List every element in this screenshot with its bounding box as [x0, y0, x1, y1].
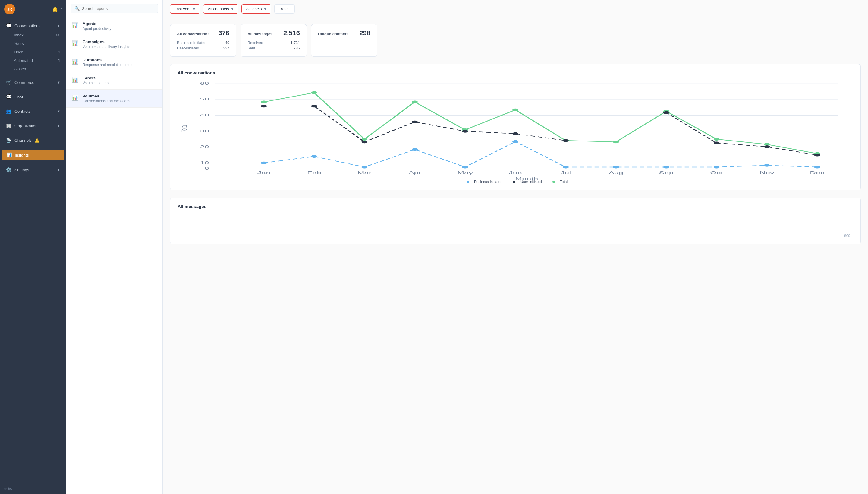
report-icon-durations: 📊 — [72, 58, 78, 65]
channels-label: Channels — [15, 138, 32, 142]
stat-row-sent: Sent 785 — [248, 46, 300, 50]
chat-icon: 💬 — [6, 94, 12, 99]
bell-icon[interactable]: 🔔 — [52, 6, 58, 12]
svg-point-32 — [613, 140, 619, 143]
nav-item-chat[interactable]: 💬 Chat — [2, 92, 64, 102]
svg-text:Apr: Apr — [408, 171, 421, 175]
all-labels-filter[interactable]: All labels ▼ — [241, 4, 271, 14]
stat-card-contacts: Unique contacts 298 — [311, 24, 377, 57]
sidebar-item-closed[interactable]: Closed — [2, 65, 64, 73]
report-item-campaigns[interactable]: 📊 Campaigns Volumes and delivery insight… — [66, 35, 162, 53]
report-item-durations[interactable]: 📊 Durations Response and resolution time… — [66, 53, 162, 72]
reset-button[interactable]: Reset — [274, 4, 295, 14]
svg-text:0: 0 — [204, 167, 209, 171]
report-icon-agents: 📊 — [72, 22, 78, 28]
search-input[interactable] — [82, 6, 154, 11]
stat-card-contacts-header: Unique contacts 298 — [318, 29, 370, 37]
main-header: Last year ▼ All channels ▼ All labels ▼ … — [163, 0, 868, 18]
avatar: JR — [4, 4, 15, 15]
svg-text:30: 30 — [200, 129, 209, 133]
svg-point-48 — [261, 162, 267, 164]
chart-user-line-2 — [666, 113, 817, 155]
chart-messages-title: All messages — [178, 204, 853, 209]
report-item-agents[interactable]: 📊 Agents Agent productivity — [66, 17, 162, 35]
sidebar-item-inbox[interactable]: Inbox 60 — [2, 31, 64, 39]
sidebar-top-icons: 🔔 ‹ — [52, 6, 62, 12]
commerce-icon: 🛒 — [6, 80, 12, 85]
svg-point-58 — [764, 164, 770, 167]
svg-point-25 — [261, 100, 267, 103]
chart-conversations-container: 60 50 40 30 20 10 0 Jan Feb Mar Apr May … — [178, 80, 853, 177]
stat-card-messages: All messages 2.516 Received 1.731 Sent 7… — [240, 24, 307, 57]
messages-stat-label: All messages — [248, 32, 273, 36]
nav-item-conversations[interactable]: 🗨️ Conversations ▲ — [2, 20, 64, 31]
chart-conversations-section: All conversations 60 50 40 30 20 10 — [170, 64, 861, 190]
settings-icon: ⚙️ — [6, 167, 12, 172]
all-channels-label: All channels — [208, 7, 229, 11]
stat-card-conversations: All conversations 376 Business-initiated… — [170, 24, 236, 57]
svg-point-57 — [714, 166, 720, 168]
svg-point-35 — [764, 143, 770, 146]
sidebar-item-automated[interactable]: Automated 1 — [2, 56, 64, 64]
svg-point-55 — [613, 166, 619, 168]
report-sub-durations: Response and resolution times — [83, 63, 132, 67]
nav-item-commerce[interactable]: 🛒 Commerce ▼ — [2, 77, 64, 88]
report-item-labels[interactable]: 📊 Labels Volumes per label — [66, 72, 162, 90]
nav-section-conversations: 🗨️ Conversations ▲ Inbox 60 Yours Open 1… — [0, 18, 66, 75]
collapse-icon[interactable]: ‹ — [61, 6, 62, 12]
sidebar-item-open[interactable]: Open 1 — [2, 48, 64, 56]
report-title-labels: Labels — [83, 76, 111, 80]
chevron-commerce-icon: ▼ — [57, 80, 60, 84]
svg-text:50: 50 — [200, 97, 209, 101]
nav-item-contacts[interactable]: 👥 Contacts ▼ — [2, 106, 64, 116]
search-input-wrapper[interactable]: 🔍 — [71, 4, 158, 13]
svg-point-39 — [361, 140, 368, 143]
chart-user-line — [264, 106, 566, 142]
svg-point-37 — [261, 104, 267, 107]
report-sub-agents: Agent productivity — [83, 26, 111, 31]
svg-point-45 — [714, 141, 720, 144]
search-icon: 🔍 — [75, 6, 80, 11]
nav-section-insights: 📊 Insights — [0, 148, 66, 163]
nav-item-insights[interactable]: 📊 Insights — [2, 150, 64, 160]
svg-point-26 — [311, 91, 317, 94]
report-title-agents: Agents — [83, 21, 111, 26]
svg-point-43 — [563, 139, 569, 142]
svg-point-38 — [311, 104, 317, 107]
stat-row-received: Received 1.731 — [248, 41, 300, 45]
conversations-icon: 🗨️ — [6, 23, 12, 28]
nav-item-channels[interactable]: 📡 Channels ⚠️ — [2, 135, 64, 145]
all-channels-filter[interactable]: All channels ▼ — [203, 4, 238, 14]
svg-text:Mar: Mar — [357, 171, 372, 175]
nav-section-commerce: 🛒 Commerce ▼ — [0, 75, 66, 90]
messages-stat-value: 2.516 — [283, 29, 300, 37]
last-year-filter[interactable]: Last year ▼ — [170, 4, 200, 14]
nav-item-organization[interactable]: 🏢 Organization ▼ — [2, 121, 64, 131]
main-body: All conversations 376 Business-initiated… — [163, 18, 868, 258]
svg-text:Aug: Aug — [609, 171, 623, 175]
report-icon-campaigns: 📊 — [72, 40, 78, 47]
svg-point-50 — [361, 166, 368, 168]
svg-text:20: 20 — [200, 145, 209, 149]
chevron-settings-icon: ▼ — [57, 168, 60, 172]
labels-chevron: ▼ — [263, 7, 267, 11]
svg-point-47 — [814, 153, 820, 156]
report-title-durations: Durations — [83, 58, 132, 62]
conversations-label: Conversations — [15, 23, 40, 28]
svg-point-67 — [552, 180, 555, 183]
svg-text:Total: Total — [179, 125, 189, 133]
svg-text:Nov: Nov — [760, 171, 774, 175]
report-item-volumes[interactable]: 📊 Volumes Conversations and messages — [66, 90, 162, 108]
svg-point-53 — [512, 140, 518, 143]
svg-point-42 — [512, 132, 518, 135]
svg-point-28 — [412, 100, 418, 103]
svg-text:Feb: Feb — [307, 171, 321, 175]
all-labels-label: All labels — [246, 7, 262, 11]
report-title-volumes: Volumes — [83, 94, 130, 98]
nav-item-settings[interactable]: ⚙️ Settings ▼ — [2, 165, 64, 175]
nav-section-contacts: 👥 Contacts ▼ — [0, 104, 66, 118]
stat-card-messages-header: All messages 2.516 — [248, 29, 300, 37]
sidebar-item-yours[interactable]: Yours — [2, 39, 64, 48]
nav-section-settings: ⚙️ Settings ▼ — [0, 163, 66, 177]
contacts-stat-label: Unique contacts — [318, 32, 349, 36]
